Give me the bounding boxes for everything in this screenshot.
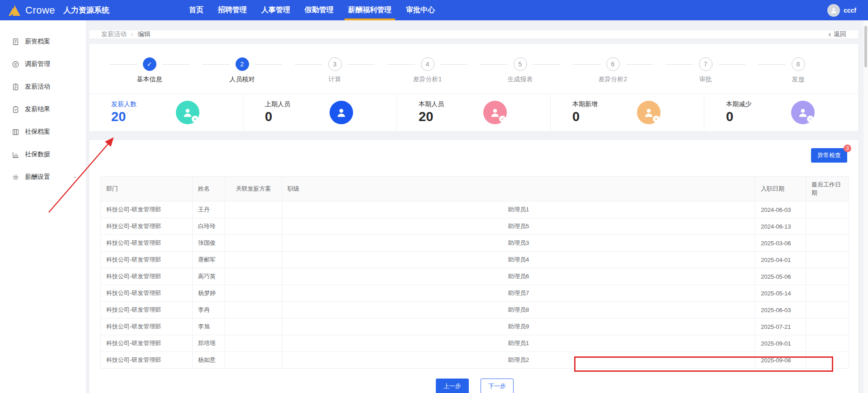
stat-card: 上期人员 0 (243, 94, 397, 131)
table-row[interactable]: 科技公司-研发管理部 杨梦婷 助理员7 2025-05-14 (101, 285, 849, 302)
scrollbar[interactable] (863, 20, 868, 393)
cell-department: 科技公司-研发管理部 (101, 318, 193, 335)
table-card: 异常检查 3 部门 姓名 关 (90, 140, 858, 393)
nav-item[interactable]: 审批中心 (399, 0, 442, 20)
nav-item[interactable]: 薪酬福利管理 (341, 0, 399, 20)
app-title: 人力资源系统 (63, 5, 109, 15)
table-header-cell[interactable]: 职级 (282, 177, 755, 201)
sidebar-item-salary-archive[interactable]: 薪资档案 (0, 30, 86, 53)
stepper-step[interactable]: 4 差异分析1 (381, 57, 474, 84)
table-header-cell[interactable]: 部门 (101, 177, 193, 201)
step-circle: 6 (606, 57, 620, 71)
stepper-step[interactable]: 1 基本信息 (103, 57, 196, 84)
table-header-cell[interactable]: 关联发薪方案 (225, 177, 282, 201)
sidebar-item-social-data[interactable]: 社保数据 (0, 143, 86, 166)
scrollbar-thumb[interactable] (864, 26, 867, 67)
main-content: 发薪活动 › 编辑 ‹ 返回 1 基本信息 2 (86, 20, 868, 393)
stat-card: 本期新增 0 + (551, 94, 704, 131)
stat-label: 上期人员 (265, 100, 290, 108)
nav-item[interactable]: 人事管理 (254, 0, 297, 20)
prev-step-button[interactable]: 上一步 (436, 379, 469, 393)
sidebar-item-label: 发薪活动 (25, 83, 78, 91)
stat-label: 发薪人数 (111, 100, 137, 108)
cell-hire-date: 2025-05-06 (755, 268, 806, 285)
back-button[interactable]: ‹ 返回 (829, 30, 846, 38)
stepper-step[interactable]: 2 人员核对 (196, 57, 288, 84)
cell-name: 郑培瑶 (193, 335, 225, 352)
sidebar-item-label: 调薪管理 (25, 60, 78, 68)
cell-payroll-plan (225, 252, 282, 268)
sidebar-item-payroll-result[interactable]: 发薪结果 (0, 98, 86, 121)
stat-label: 本期新增 (572, 100, 598, 108)
table-row[interactable]: 科技公司-研发管理部 李冉 助理员8 2025-06-03 (101, 302, 849, 318)
breadcrumb-item-payroll-activity[interactable]: 发薪活动 (101, 30, 127, 38)
next-step-button[interactable]: 下一步 (481, 379, 514, 393)
cell-name: 白玲玲 (193, 218, 225, 235)
cell-payroll-plan (225, 201, 282, 218)
sidebar-item-social-archive[interactable]: 社保档案 (0, 121, 86, 143)
cell-last-work-date (806, 201, 849, 218)
sidebar-item-label: 薪资档案 (25, 37, 78, 46)
employee-table: 部门 姓名 关联发薪方案 职级 入职日期 最后工作日期 (100, 176, 849, 369)
sidebar-item-salary-adjust[interactable]: 调薪管理 (0, 53, 86, 75)
step-label: 审批 (699, 75, 712, 84)
cell-job-level: 助理员2 (282, 352, 755, 369)
cell-job-level: 助理员1 (282, 335, 755, 352)
anomaly-check-button[interactable]: 异常检查 3 (811, 148, 847, 163)
cell-last-work-date (806, 352, 849, 369)
table-row[interactable]: 科技公司-研发管理部 唐郦军 助理员4 2025-04-01 (101, 252, 849, 268)
stepper-step[interactable]: 8 发放 (752, 57, 844, 84)
step-label: 计算 (329, 75, 341, 84)
cell-name: 高巧英 (193, 268, 225, 285)
cell-hire-date: 2025-09-08 (755, 352, 806, 369)
cabinet-icon (12, 128, 19, 136)
bar-chart-icon (12, 151, 19, 159)
nav-item[interactable]: 假勤管理 (297, 0, 341, 20)
stepper: 1 基本信息 2 人员核对 3 计算 4 差异 (90, 44, 858, 94)
stat-person-icon: + (637, 101, 660, 124)
table-row[interactable]: 科技公司-研发管理部 高巧英 助理员6 2025-05-06 (101, 268, 849, 285)
stepper-step[interactable]: 6 差异分析2 (566, 57, 659, 84)
nav-item[interactable]: 首页 (182, 0, 211, 20)
table-row[interactable]: 科技公司-研发管理部 王丹 助理员1 2024-06-03 (101, 201, 849, 218)
brand-name: Crowe (25, 5, 55, 16)
chevron-left-icon: ‹ (829, 30, 831, 38)
cell-department: 科技公司-研发管理部 (101, 335, 193, 352)
cell-job-level: 助理员8 (282, 302, 755, 318)
sidebar-item-payroll-activity[interactable]: 发薪活动 (0, 75, 86, 98)
nav-item[interactable]: 招聘管理 (211, 0, 254, 20)
cell-last-work-date (806, 235, 849, 252)
cell-payroll-plan (225, 335, 282, 352)
table-header-cell[interactable]: 最后工作日期 (806, 177, 849, 201)
cell-name: 杨梦婷 (193, 285, 225, 302)
user-icon (830, 7, 837, 14)
sidebar-item-salary-settings[interactable]: 薪酬设置 (0, 166, 86, 188)
cell-payroll-plan (225, 352, 282, 369)
user-area[interactable]: cccf (827, 4, 856, 17)
stepper-step[interactable]: 7 审批 (659, 57, 752, 84)
table-row[interactable]: 科技公司-研发管理部 杨如意 助理员2 2025-09-08 (101, 352, 849, 369)
table-row[interactable]: 科技公司-研发管理部 李旭 助理员9 2025-07-21 (101, 318, 849, 335)
cell-payroll-plan (225, 318, 282, 335)
cell-payroll-plan (225, 235, 282, 252)
stat-label: 本期减少 (726, 100, 751, 108)
cell-last-work-date (806, 335, 849, 352)
cell-job-level: 助理员6 (282, 268, 755, 285)
cell-department: 科技公司-研发管理部 (101, 302, 193, 318)
step-circle: 1 (143, 57, 156, 71)
cell-payroll-plan (225, 218, 282, 235)
cell-payroll-plan (225, 285, 282, 302)
stepper-step[interactable]: 5 生成报表 (474, 57, 566, 84)
cell-job-level: 助理员9 (282, 318, 755, 335)
table-row[interactable]: 科技公司-研发管理部 张国俊 助理员3 2025-03-06 (101, 235, 849, 252)
table-header-cell[interactable]: 姓名 (193, 177, 225, 201)
step-label: 发放 (792, 75, 805, 84)
table-row[interactable]: 科技公司-研发管理部 白玲玲 助理员5 2024-06-13 (101, 218, 849, 235)
table-row[interactable]: 科技公司-研发管理部 郑培瑶 助理员1 2025-09-01 (101, 335, 849, 352)
stat-badge: − (807, 116, 814, 122)
stepper-step[interactable]: 3 计算 (288, 57, 381, 84)
cell-job-level: 助理员4 (282, 252, 755, 268)
cell-last-work-date (806, 285, 849, 302)
step-label: 基本信息 (137, 75, 162, 84)
table-header-cell[interactable]: 入职日期 (755, 177, 806, 201)
